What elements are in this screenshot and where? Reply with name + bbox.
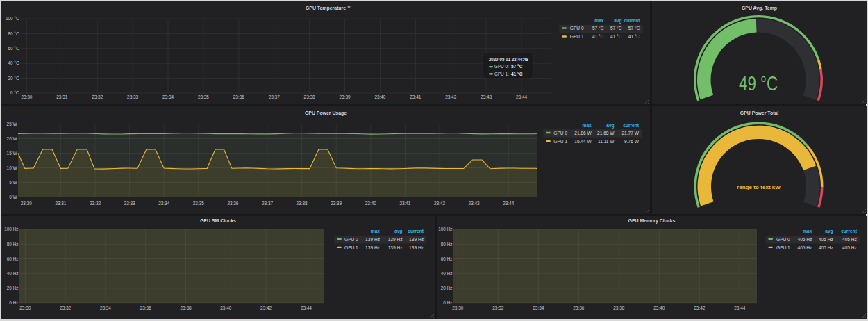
svg-text:23:35: 23:35 (193, 201, 204, 206)
svg-text:GPU SM Clocks: GPU SM Clocks (200, 218, 236, 223)
svg-text:9.76 W: 9.76 W (624, 139, 640, 144)
svg-text:23:38: 23:38 (304, 94, 315, 99)
svg-text:57 °C: 57 °C (628, 26, 640, 31)
svg-text:405 Hz: 405 Hz (797, 237, 812, 242)
svg-text:max: max (594, 18, 604, 23)
svg-text:23:32: 23:32 (60, 306, 71, 311)
svg-text:23:32: 23:32 (92, 94, 103, 99)
svg-text:25 W: 25 W (7, 122, 18, 126)
svg-text:23:39: 23:39 (331, 201, 342, 206)
svg-text:23:36: 23:36 (573, 306, 584, 311)
svg-text:405 Hz: 405 Hz (797, 245, 812, 250)
svg-text:405 Hz: 405 Hz (819, 237, 833, 242)
svg-text:21.68 W: 21.68 W (597, 131, 615, 135)
svg-text:23:40: 23:40 (365, 201, 376, 206)
svg-text:23:36: 23:36 (227, 201, 238, 206)
svg-text:23:44: 23:44 (503, 201, 514, 206)
svg-text:23:40: 23:40 (374, 94, 385, 99)
svg-text:41 °C: 41 °C (628, 34, 640, 39)
svg-text:80 Hz: 80 Hz (7, 242, 19, 247)
svg-text:23:41: 23:41 (410, 94, 421, 99)
svg-text:0 Hz: 0 Hz (443, 300, 452, 305)
svg-text:405 Hz: 405 Hz (842, 237, 857, 242)
svg-text:40 °C: 40 °C (8, 60, 19, 65)
svg-text:405 Hz: 405 Hz (819, 245, 833, 250)
svg-text:avg: avg (394, 229, 402, 234)
svg-text:100 Hz: 100 Hz (4, 227, 18, 231)
svg-text:80 Hz: 80 Hz (441, 242, 453, 247)
svg-text:23:34: 23:34 (533, 306, 544, 311)
svg-text:23:40: 23:40 (653, 306, 665, 311)
svg-text:GPU Power Usage: GPU Power Usage (305, 110, 347, 116)
svg-text:GPU 0: GPU 0 (553, 131, 567, 135)
svg-text:GPU Avg. Temp: GPU Avg. Temp (742, 6, 777, 11)
svg-text:23:33: 23:33 (127, 94, 138, 99)
svg-text:avg: avg (614, 18, 621, 24)
svg-text:23:31: 23:31 (56, 94, 67, 99)
svg-text:23:42: 23:42 (445, 94, 456, 99)
svg-text:57 °C: 57 °C (592, 26, 604, 31)
svg-text:139 Hz: 139 Hz (365, 245, 380, 250)
svg-text:23:34: 23:34 (158, 201, 169, 206)
svg-text:GPU 0: GPU 0 (776, 237, 790, 242)
svg-text:23:41: 23:41 (399, 201, 410, 206)
svg-text:139 Hz: 139 Hz (388, 245, 403, 250)
svg-text:23:35: 23:35 (198, 94, 209, 99)
svg-text:23:42: 23:42 (260, 306, 272, 311)
svg-text:23:30: 23:30 (21, 94, 32, 99)
svg-text:49 °C: 49 °C (739, 72, 778, 94)
svg-text:GPU 0:: GPU 0: (494, 64, 509, 69)
svg-text:23:37: 23:37 (269, 94, 280, 99)
svg-text:23:44: 23:44 (301, 306, 312, 311)
svg-text:40 Hz: 40 Hz (441, 271, 453, 276)
svg-text:57 °C: 57 °C (610, 26, 622, 31)
svg-text:60 Hz: 60 Hz (7, 256, 19, 261)
svg-text:2020-05-01 23:44:48: 2020-05-01 23:44:48 (489, 57, 528, 62)
svg-text:GPU 0: GPU 0 (570, 26, 584, 31)
svg-text:20 W: 20 W (7, 136, 18, 141)
svg-text:23:40: 23:40 (220, 306, 231, 311)
svg-text:23:30: 23:30 (452, 306, 463, 311)
svg-text:23:30: 23:30 (19, 306, 31, 311)
svg-text:range to text kW: range to text kW (737, 184, 781, 190)
svg-text:23:43: 23:43 (481, 94, 492, 99)
svg-text:20 °C: 20 °C (8, 76, 19, 81)
svg-text:GPU Power Total: GPU Power Total (740, 110, 778, 115)
svg-text:41 °C: 41 °C (592, 34, 604, 39)
svg-text:current: current (841, 229, 858, 233)
svg-text:100 °C: 100 °C (6, 16, 19, 21)
svg-text:139 Hz: 139 Hz (409, 245, 424, 250)
svg-text:current: current (624, 18, 641, 23)
svg-text:0 W: 0 W (9, 195, 17, 199)
svg-text:23:38: 23:38 (613, 306, 624, 311)
svg-text:23:34: 23:34 (100, 306, 111, 311)
svg-text:60 Hz: 60 Hz (441, 256, 453, 261)
svg-text:23:38: 23:38 (297, 201, 308, 206)
svg-text:139 Hz: 139 Hz (365, 237, 380, 242)
svg-text:GPU 0: GPU 0 (344, 237, 358, 242)
svg-text:41 °C: 41 °C (610, 34, 622, 39)
svg-text:max: max (371, 229, 381, 233)
svg-text:GPU 1: GPU 1 (776, 245, 790, 250)
svg-text:23:39: 23:39 (340, 94, 351, 99)
svg-text:15 W: 15 W (7, 151, 18, 156)
svg-text:avg: avg (825, 229, 833, 234)
svg-text:20 Hz: 20 Hz (441, 286, 453, 290)
svg-text:23:44: 23:44 (734, 306, 745, 311)
svg-text:23:42: 23:42 (434, 201, 445, 206)
svg-text:23:34: 23:34 (162, 94, 174, 99)
svg-text:23:32: 23:32 (492, 306, 503, 311)
svg-text:21.86 W: 21.86 W (574, 131, 592, 135)
svg-text:23:33: 23:33 (124, 201, 135, 206)
svg-text:GPU Memory Clocks: GPU Memory Clocks (628, 218, 676, 224)
svg-text:23:36: 23:36 (140, 306, 151, 311)
svg-text:GPU 1: GPU 1 (344, 245, 358, 250)
svg-text:80 °C: 80 °C (8, 31, 19, 36)
svg-text:23:43: 23:43 (469, 201, 480, 206)
svg-text:139 Hz: 139 Hz (409, 237, 424, 242)
svg-text:21.77 W: 21.77 W (621, 131, 639, 135)
svg-text:23:31: 23:31 (55, 201, 66, 206)
svg-text:GPU 1:: GPU 1: (494, 72, 509, 76)
svg-text:100 Hz: 100 Hz (438, 227, 452, 231)
svg-text:23:36: 23:36 (233, 94, 244, 99)
